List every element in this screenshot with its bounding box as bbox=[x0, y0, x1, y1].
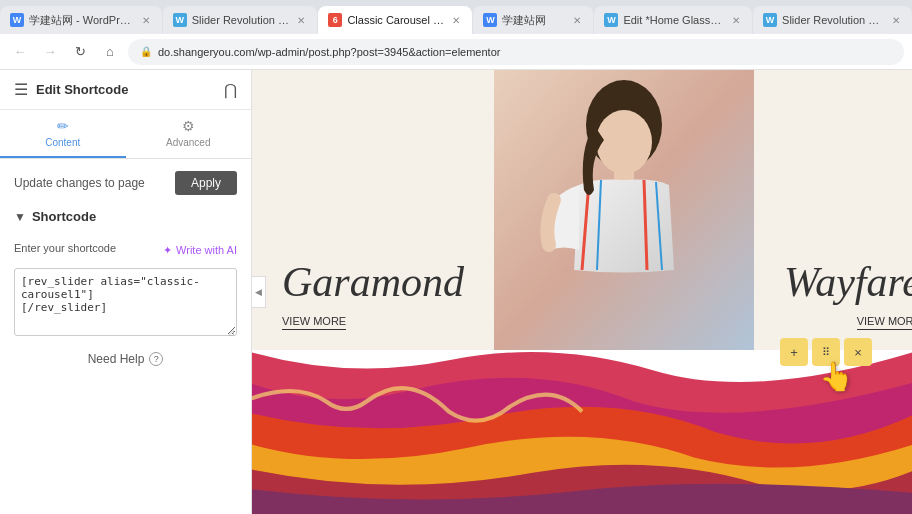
update-row: Update changes to page Apply bbox=[14, 171, 237, 195]
slide-right: Wayfare VIEW MORE bbox=[754, 70, 912, 350]
section-toggle-icon[interactable]: ▼ bbox=[14, 210, 26, 224]
tab-label-3: Classic Carousel - 5 bbox=[347, 14, 445, 26]
forward-button[interactable]: → bbox=[38, 40, 62, 64]
fashion-model-image bbox=[494, 70, 754, 350]
edit-icon: ✏ bbox=[57, 118, 69, 134]
settings-icon: ⚙ bbox=[182, 118, 195, 134]
tabs-bar: W 学建站网 - WordPre... ✕ W Slider Revolutio… bbox=[0, 0, 912, 34]
float-actions: + ⠿ × bbox=[780, 338, 872, 366]
sidebar-title: Edit Shortcode bbox=[36, 82, 128, 97]
tab-5[interactable]: W Edit *Home Glasse... ✕ bbox=[594, 6, 752, 34]
write-ai-label: Write with AI bbox=[176, 244, 237, 256]
tab-favicon-3: 6 bbox=[328, 13, 342, 27]
view-more-right[interactable]: VIEW MORE bbox=[857, 315, 912, 330]
brand-name-left: Garamond bbox=[282, 261, 464, 303]
content-tab-label: Content bbox=[45, 137, 80, 148]
tab-close-5[interactable]: ✕ bbox=[730, 13, 742, 28]
grid-icon[interactable]: ⋂ bbox=[224, 80, 237, 99]
shortcode-section-header: ▼ Shortcode bbox=[14, 209, 237, 230]
tab-label-1: 学建站网 - WordPre... bbox=[29, 13, 135, 28]
address-bar[interactable]: 🔒 do.shangeryou.com/wp-admin/post.php?po… bbox=[128, 39, 904, 65]
tab-label-4: 学建站网 bbox=[502, 13, 566, 28]
tab-advanced[interactable]: ⚙ Advanced bbox=[126, 110, 252, 158]
tab-close-6[interactable]: ✕ bbox=[890, 13, 902, 28]
tab-close-4[interactable]: ✕ bbox=[571, 13, 583, 28]
browser-chrome: W 学建站网 - WordPre... ✕ W Slider Revolutio… bbox=[0, 0, 912, 70]
home-button[interactable]: ⌂ bbox=[98, 40, 122, 64]
slide-bottom-section bbox=[252, 350, 912, 514]
color-waves-svg bbox=[252, 350, 912, 514]
need-help[interactable]: Need Help ? bbox=[14, 340, 237, 378]
tab-close-2[interactable]: ✕ bbox=[295, 13, 307, 28]
tab-6[interactable]: W Slider Revolution R... ✕ bbox=[753, 6, 912, 34]
advanced-tab-label: Advanced bbox=[166, 137, 210, 148]
tab-favicon-5: W bbox=[604, 13, 618, 27]
tab-label-5: Edit *Home Glasse... bbox=[623, 14, 725, 26]
need-help-label: Need Help bbox=[88, 352, 145, 366]
sparkle-icon: ✦ bbox=[163, 244, 172, 257]
tab-close-3[interactable]: ✕ bbox=[450, 13, 462, 28]
add-element-button[interactable]: + bbox=[780, 338, 808, 366]
move-element-button[interactable]: ⠿ bbox=[812, 338, 840, 366]
app-body: ☰ Edit Shortcode ⋂ ✏ Content ⚙ Advanced … bbox=[0, 70, 912, 514]
tab-content[interactable]: ✏ Content bbox=[0, 110, 126, 158]
slide-center bbox=[494, 70, 754, 350]
sidebar-header-left: ☰ Edit Shortcode bbox=[14, 80, 128, 99]
apply-button[interactable]: Apply bbox=[175, 171, 237, 195]
tab-2[interactable]: W Slider Revolution -... ✕ bbox=[163, 6, 318, 34]
svg-point-2 bbox=[596, 110, 652, 174]
sidebar-header: ☰ Edit Shortcode ⋂ bbox=[0, 70, 251, 110]
brand-name-right: Wayfare bbox=[784, 261, 912, 303]
shortcode-field-row: Enter your shortcode ✦ Write with AI bbox=[14, 242, 237, 258]
shortcode-textarea-wrap: [rev_slider alias="classic-carousel1"] [… bbox=[14, 268, 237, 340]
help-icon: ? bbox=[149, 352, 163, 366]
url-text: do.shangeryou.com/wp-admin/post.php?post… bbox=[158, 46, 500, 58]
section-title: Shortcode bbox=[32, 209, 96, 224]
update-label: Update changes to page bbox=[14, 176, 145, 190]
tab-favicon-4: W bbox=[483, 13, 497, 27]
close-element-button[interactable]: × bbox=[844, 338, 872, 366]
model-svg bbox=[494, 70, 754, 350]
lock-icon: 🔒 bbox=[140, 46, 152, 57]
collapse-sidebar-button[interactable]: ◀ bbox=[252, 276, 266, 308]
nav-bar: ← → ↻ ⌂ 🔒 do.shangeryou.com/wp-admin/pos… bbox=[0, 34, 912, 70]
tab-4[interactable]: W 学建站网 ✕ bbox=[473, 6, 593, 34]
shortcode-textarea[interactable]: [rev_slider alias="classic-carousel1"] [… bbox=[14, 268, 237, 336]
tab-3[interactable]: 6 Classic Carousel - 5 ✕ bbox=[318, 6, 472, 34]
tab-favicon-1: W bbox=[10, 13, 24, 27]
color-waves bbox=[252, 350, 912, 514]
back-button[interactable]: ← bbox=[8, 40, 32, 64]
shortcode-field-label: Enter your shortcode bbox=[14, 242, 116, 254]
tab-label-2: Slider Revolution -... bbox=[192, 14, 291, 26]
tab-close-1[interactable]: ✕ bbox=[140, 13, 152, 28]
view-more-left[interactable]: VIEW MORE bbox=[282, 315, 346, 330]
tab-1[interactable]: W 学建站网 - WordPre... ✕ bbox=[0, 6, 162, 34]
write-ai-button[interactable]: ✦ Write with AI bbox=[163, 244, 237, 257]
sidebar-content: Update changes to page Apply ▼ Shortcode… bbox=[0, 159, 251, 514]
sidebar-tabs: ✏ Content ⚙ Advanced bbox=[0, 110, 251, 159]
resize-handle[interactable]: ⊿ bbox=[227, 327, 235, 338]
hamburger-icon[interactable]: ☰ bbox=[14, 80, 28, 99]
sidebar: ☰ Edit Shortcode ⋂ ✏ Content ⚙ Advanced … bbox=[0, 70, 252, 514]
slide-top-section: Garamond VIEW MORE bbox=[252, 70, 912, 350]
tab-favicon-6: W bbox=[763, 13, 777, 27]
tab-favicon-2: W bbox=[173, 13, 187, 27]
tab-label-6: Slider Revolution R... bbox=[782, 14, 885, 26]
reload-button[interactable]: ↻ bbox=[68, 40, 92, 64]
slide-left: Garamond VIEW MORE bbox=[252, 70, 494, 350]
canvas-area: Garamond VIEW MORE bbox=[252, 70, 912, 514]
